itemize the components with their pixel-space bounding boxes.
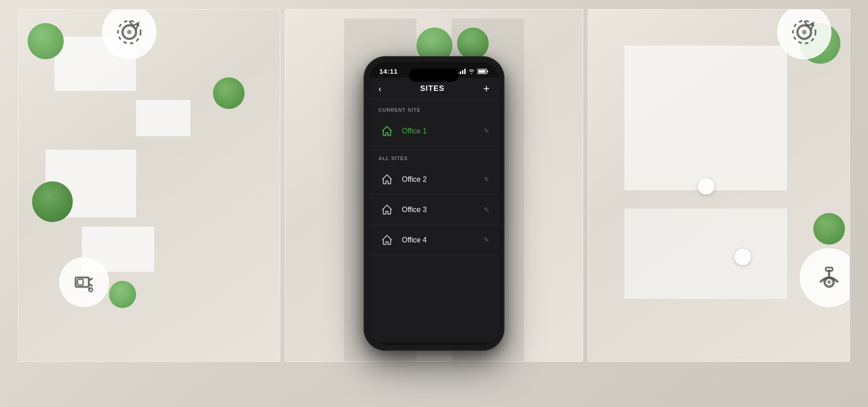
signal-icon <box>458 69 466 74</box>
tree <box>813 213 845 245</box>
tree <box>109 281 136 308</box>
svg-rect-4 <box>77 279 83 285</box>
location-marker <box>698 178 714 194</box>
site-item-office3[interactable]: Office 3 ✎ <box>369 195 499 225</box>
edit-icon-office4[interactable]: ✎ <box>484 236 490 244</box>
current-site-name: Office 1 <box>402 127 484 135</box>
all-sites-label: ALL SITES <box>369 148 499 165</box>
left-building-panel <box>18 9 280 362</box>
site-item-office4[interactable]: Office 4 ✎ <box>369 225 499 256</box>
app-content: CURRENT SITE Office 1 ✎ ALL SITES <box>369 100 499 342</box>
svg-point-1 <box>127 30 132 34</box>
tree <box>213 77 245 109</box>
edit-icon-office2[interactable]: ✎ <box>484 175 490 184</box>
camera-icon-top-left <box>102 9 156 59</box>
site-item-office2[interactable]: Office 2 ✎ <box>369 165 499 195</box>
building-block <box>624 208 787 299</box>
site-home-icon-office2 <box>378 171 396 188</box>
camera-icon-bottom-right <box>800 248 850 307</box>
site-home-icon-office4 <box>378 232 396 249</box>
wifi-icon <box>468 69 475 74</box>
svg-rect-17 <box>478 70 486 73</box>
svg-point-13 <box>827 280 831 284</box>
tree <box>32 181 73 222</box>
back-button[interactable]: ‹ <box>378 84 382 94</box>
site-name-office2: Office 2 <box>402 175 484 184</box>
edit-icon-office3[interactable]: ✎ <box>484 206 490 214</box>
edit-icon[interactable]: ✎ <box>484 127 490 135</box>
site-home-icon-office3 <box>378 201 396 218</box>
location-marker <box>735 249 751 265</box>
add-button[interactable]: + <box>483 82 490 95</box>
status-time: 14:11 <box>379 67 398 75</box>
dynamic-island <box>409 68 459 82</box>
phone-outer-shell: 14:11 <box>364 57 504 350</box>
current-site-home-icon <box>378 123 396 140</box>
building-block <box>624 46 787 190</box>
phone-screen: 14:11 <box>369 62 499 345</box>
nav-title: SITES <box>420 84 444 93</box>
current-site-item[interactable]: Office 1 ✎ <box>369 116 499 147</box>
camera-icon-bottom-left <box>59 257 109 307</box>
status-icons <box>458 69 489 74</box>
tree <box>28 23 64 59</box>
site-name-office3: Office 3 <box>402 206 484 214</box>
svg-rect-15 <box>826 268 833 271</box>
all-sites-section: ALL SITES Office 2 ✎ <box>369 148 499 256</box>
site-name-office4: Office 4 <box>402 236 484 244</box>
svg-point-10 <box>802 30 807 34</box>
battery-icon <box>477 69 489 74</box>
building-block <box>136 100 190 136</box>
current-site-label: CURRENT SITE <box>369 100 499 116</box>
phone-mockup: 14:11 <box>364 57 504 350</box>
tree <box>457 28 489 59</box>
right-building-panel <box>588 9 850 362</box>
